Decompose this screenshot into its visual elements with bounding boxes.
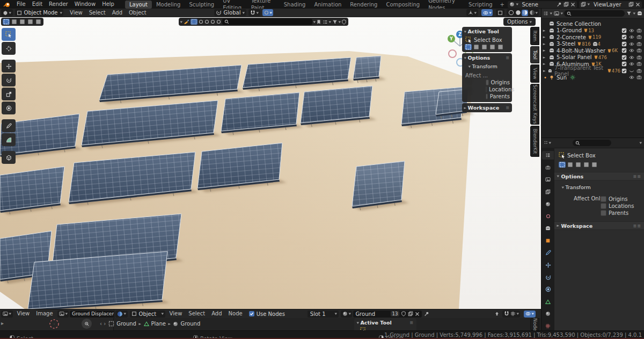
workspace-tab-rendering[interactable]: Rendering xyxy=(346,1,382,9)
active-tool-header[interactable]: ▾Active Tool xyxy=(464,28,510,34)
npanel-mode-invert[interactable] xyxy=(489,44,496,50)
material-users-badge[interactable]: 13 xyxy=(391,311,400,316)
scene-name[interactable]: Scene xyxy=(519,2,555,8)
prop-active-tool[interactable]: Select Box xyxy=(559,152,644,158)
filter-face-icon[interactable] xyxy=(210,19,215,24)
properties-tab-render[interactable] xyxy=(542,163,554,172)
parent-up-icon[interactable] xyxy=(494,311,500,316)
filter-active-icon[interactable] xyxy=(191,19,197,25)
shading-rendered-button[interactable] xyxy=(529,10,535,16)
node-overlay-toggle[interactable]: ▾ xyxy=(524,311,536,318)
menu-render[interactable]: Render xyxy=(46,0,71,9)
shading-wireframe-button[interactable] xyxy=(508,10,514,16)
transform-subheader[interactable]: ▾Transform xyxy=(469,63,510,69)
outliner-search-input[interactable] xyxy=(564,10,625,17)
image-datablock-icon-button[interactable]: ▾ xyxy=(57,311,69,318)
np-checkbox-origins[interactable]: Origins xyxy=(486,80,510,85)
close-icon[interactable] xyxy=(415,312,420,316)
node-snap-group[interactable]: ▾ xyxy=(502,311,521,318)
viewlayer-selector[interactable]: ▾ ViewLayer xyxy=(579,1,642,8)
properties-tab-object[interactable] xyxy=(542,236,554,245)
image-menu-view[interactable]: View xyxy=(14,309,33,318)
chevron-down-icon[interactable]: ▾ xyxy=(640,141,642,145)
tool-settings-mode-set[interactable] xyxy=(3,19,10,25)
material-icon-button[interactable]: ▾ xyxy=(341,311,353,318)
viewport-menu-view[interactable]: View xyxy=(67,9,86,17)
axis-x-neg-ball[interactable] xyxy=(448,49,457,58)
workspace-tab-shading[interactable]: Shading xyxy=(280,1,310,9)
workspace-tab-animation[interactable]: Animation xyxy=(310,1,346,9)
shader-menu-select[interactable]: Select xyxy=(185,309,208,318)
tool-add-cube-button[interactable] xyxy=(2,151,16,164)
prop-transform-subheader[interactable]: ▾Transform xyxy=(562,184,644,190)
breadcrumb-nav-icon[interactable]: ‹ › xyxy=(100,321,106,327)
npanel-tab-view[interactable]: View xyxy=(530,64,539,83)
axis-y-ball[interactable]: Y xyxy=(448,35,455,42)
breadcrumb-plane-1[interactable]: Plane xyxy=(144,321,166,327)
properties-tab-output[interactable] xyxy=(542,175,554,184)
properties-tab-particles[interactable] xyxy=(542,261,554,270)
outliner-item-4-bolt-nut-washer[interactable]: ▸4-Bolt-Nut-Washer6K xyxy=(541,47,644,54)
viewport-menu-object[interactable]: Object xyxy=(126,9,150,17)
copy-icon[interactable] xyxy=(408,311,413,316)
active-tool-name[interactable]: Select Box xyxy=(465,37,510,43)
npanel-tab-tool[interactable]: Tool xyxy=(530,46,539,63)
npanel-mode-extend[interactable] xyxy=(473,44,480,50)
proportional-edit-toggle[interactable]: ▾ xyxy=(262,9,274,16)
shader-editor-type-button[interactable]: ▾ xyxy=(115,311,128,318)
scene-selector[interactable]: ▾ Scene xyxy=(508,1,577,8)
blender-logo-icon[interactable] xyxy=(0,2,13,8)
breadcrumb-ground-2[interactable]: Ground xyxy=(173,321,200,327)
add-workspace-button[interactable]: + xyxy=(497,2,508,8)
menu-file[interactable]: File xyxy=(13,0,29,9)
funnel-icon[interactable] xyxy=(626,11,632,16)
outliner-item-7-transparent-test-panel[interactable]: ▸7-Transparent Test Panel476 xyxy=(541,68,644,75)
tool-cursor-button[interactable] xyxy=(2,42,16,55)
show-overlays-toggle[interactable]: ▾ xyxy=(481,9,493,16)
image-name-field[interactable]: Ground Displacement.jpg xyxy=(70,311,114,318)
properties-mode-set[interactable] xyxy=(559,162,566,168)
chevron-down-icon[interactable]: ▾ xyxy=(313,20,316,24)
filter-vertex-icon[interactable] xyxy=(199,19,203,24)
tool-annotate-button[interactable] xyxy=(2,119,16,132)
new-collection-icon[interactable] xyxy=(637,11,642,16)
shader-menu-node[interactable]: Node xyxy=(225,309,246,318)
remove-viewlayer-icon[interactable] xyxy=(635,2,640,7)
region-expand-arrow[interactable]: ▸ xyxy=(1,320,4,326)
np-checkbox-locations[interactable]: Locations xyxy=(486,86,510,92)
editor-type-button[interactable]: ▾ xyxy=(1,9,13,16)
properties-tab-texture[interactable] xyxy=(542,322,554,330)
npanel-tab-blenderkit[interactable]: BlenderKit xyxy=(530,126,539,157)
prop-workspace-header[interactable]: ▸Workspace≡≡ xyxy=(554,221,644,230)
tool-settings-mode-invert[interactable] xyxy=(27,19,34,25)
image-editor-type-button[interactable]: ▾ xyxy=(1,311,13,318)
shader-type-dropdown[interactable]: Object▾ xyxy=(130,311,165,318)
tool-settings-mode-extend[interactable] xyxy=(11,19,18,25)
workspace-tab-layout[interactable]: Layout xyxy=(125,1,152,9)
display-mode-icon[interactable] xyxy=(323,19,328,25)
tool-settings-mode-intersect[interactable] xyxy=(35,19,42,25)
npanel-mode-intersect[interactable] xyxy=(497,44,504,50)
pin-icon[interactable] xyxy=(424,311,429,316)
tool-measure-button[interactable] xyxy=(2,133,16,146)
outliner-item-5-solar-panel[interactable]: ▸5-Solar Panel476 xyxy=(541,54,644,61)
outliner-item-3-steel[interactable]: ▸3-Steel8164 xyxy=(541,41,644,48)
properties-tab-scene[interactable] xyxy=(542,200,554,208)
copy-viewlayer-icon[interactable] xyxy=(628,2,634,7)
use-nodes-toggle[interactable]: Use Nodes xyxy=(249,311,285,317)
new-scene-icon[interactable] xyxy=(564,2,569,7)
properties-tab-constraints[interactable] xyxy=(542,285,554,294)
properties-mode-subtract[interactable] xyxy=(575,162,582,168)
chevron-down-icon[interactable]: ▾ xyxy=(180,20,182,24)
outliner-editor-icon[interactable] xyxy=(543,11,548,16)
viewport-menu-add[interactable]: Add xyxy=(109,9,126,17)
node-tab[interactable]: Node xyxy=(530,318,539,330)
snap-dropdown[interactable]: ▾ xyxy=(248,9,260,16)
shading-solid-button[interactable] xyxy=(515,10,521,16)
show-gizmo-dropdown[interactable]: ▾ xyxy=(466,9,478,16)
tool-settings-mode-subtract[interactable] xyxy=(19,19,26,25)
funnel-icon[interactable] xyxy=(332,19,338,25)
properties-tab-view-layer[interactable] xyxy=(542,187,554,196)
shader-menu-add[interactable]: Add xyxy=(208,309,225,318)
bottom-editors-content[interactable]: ▸ ‹ ›Ground▸Plane▸Ground ▾Active Tool≡ N… xyxy=(0,318,541,330)
